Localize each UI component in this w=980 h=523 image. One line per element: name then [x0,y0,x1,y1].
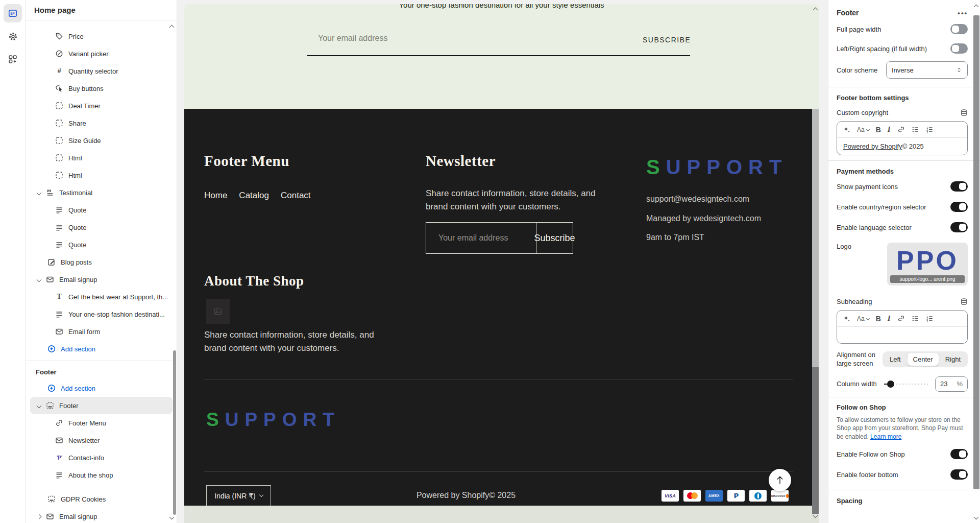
panel-scroll-down-icon[interactable] [974,515,979,520]
sections-nav-button[interactable] [4,4,22,22]
block-item-about-the-shop[interactable]: About the shop [26,466,177,484]
block-item-deal-timer[interactable]: Deal Timer [26,97,177,114]
enable-follow-label: Enable Follow on Shop [837,450,905,458]
dynamic-source-icon[interactable] [960,109,968,116]
block-item-quantity-selector[interactable]: #Quantity selector [26,62,177,80]
banner-input-underline [307,55,690,56]
copyright-link[interactable]: Powered by Shopify [843,142,902,150]
add-section-button[interactable]: Add section [26,340,177,358]
footer-link-catalog[interactable]: Catalog [239,191,269,201]
newsletter-subscribe-button[interactable]: Subscribe [536,223,573,253]
numbered-list-icon[interactable]: 123 [926,315,934,322]
hash-icon: # [55,67,63,75]
preview-scrollbar-thumb[interactable] [812,367,819,514]
banner-email-input[interactable] [318,34,512,43]
italic-button[interactable]: I [888,314,891,323]
about-text: Share contact information, store details… [204,328,380,355]
panel-divider [828,397,980,397]
section-item-email-signup-footer[interactable]: Email signup [26,508,177,523]
sidebar-scrollbar[interactable] [173,350,176,515]
apps-nav-button[interactable] [4,50,22,68]
about-image-placeholder [206,299,230,324]
language-selector-toggle[interactable] [950,222,968,232]
bold-button[interactable]: B [876,315,881,323]
bullet-list-icon[interactable] [912,126,919,133]
block-item-newsletter[interactable]: Newsletter [26,432,177,449]
chevron-down-icon[interactable] [37,277,42,282]
mastercard-icon [683,490,701,502]
section-item-email-signup[interactable]: Email signup [26,271,177,288]
panel-divider [828,490,980,490]
block-item-subtext[interactable]: Your one-stop fashion destinati... [26,305,177,323]
chevron-down-icon[interactable] [37,403,42,408]
link-icon[interactable] [897,126,905,133]
text-lines-icon [55,241,63,249]
column-width-value-box[interactable]: 23% [935,376,968,392]
footer-link-contact[interactable]: Contact [281,191,311,201]
panel-scroll-up-icon[interactable] [974,5,979,10]
block-item-heading[interactable]: TGet the best wear at Support, th... [26,288,177,305]
newsletter-email-input[interactable] [426,223,536,253]
block-item-quote[interactable]: Quote [26,201,177,219]
block-item-variant-picker[interactable]: Variant picker [26,45,177,62]
dynamic-source-icon[interactable] [960,298,968,305]
block-item-contact-info[interactable]: ʼPʼContact-info [26,449,177,466]
alignment-left-option[interactable]: Left [884,353,906,366]
payment-methods-heading: Payment methods [837,166,968,176]
block-item-footer-menu[interactable]: Footer Menu [26,414,177,432]
footer-link-home[interactable]: Home [204,191,227,201]
more-options-button[interactable]: ••• [958,9,968,17]
text-style-button[interactable]: Aa [857,315,869,322]
section-item-testimonial[interactable]: Testimonial [26,184,177,201]
theme-settings-nav-button[interactable] [4,27,22,45]
bold-button[interactable]: B [876,126,881,134]
link-icon[interactable] [897,315,905,322]
section-item-footer-selected[interactable]: Footer [30,397,173,414]
text-style-button[interactable]: Aa [857,126,869,133]
section-item-gdpr-cookies[interactable]: GDPR Cookies [26,490,177,508]
block-item-share[interactable]: Share [26,114,177,132]
enable-footer-bottom-toggle[interactable] [950,469,968,480]
block-item-html[interactable]: Html [26,167,177,184]
logo-thumbnail[interactable]: PPO support-logo... arent.png [887,243,968,286]
numbered-list-icon[interactable]: 123 [926,126,934,133]
footer-icon [46,401,54,410]
block-item-price[interactable]: Price [26,28,177,45]
logo-thumb-letters: PPO [896,245,959,276]
slider-knob[interactable] [887,381,894,388]
chevron-right-icon[interactable] [37,514,42,519]
alignment-segmented-control: Left Center Right [883,351,968,367]
country-currency-selector[interactable]: India (INR ₹) [206,485,271,506]
block-item-quote[interactable]: Quote [26,236,177,253]
custom-copyright-value[interactable]: Powered by Shopify© 2025 [837,138,967,155]
add-section-button[interactable]: Add section [26,379,177,397]
panel-divider [828,87,980,87]
subheading-label: Subheading [837,298,872,305]
show-payment-icons-toggle[interactable] [950,181,968,192]
ai-sparkle-icon[interactable] [843,315,850,322]
subheading-value[interactable] [837,327,967,343]
chevron-down-icon[interactable] [37,190,42,195]
lr-spacing-toggle[interactable] [950,43,968,54]
full-page-width-toggle[interactable] [950,24,968,34]
block-item-html[interactable]: Html [26,149,177,167]
ai-sparkle-icon[interactable] [843,126,850,133]
italic-button[interactable]: I [888,125,891,134]
alignment-center-option[interactable]: Center [908,353,939,366]
bullet-list-icon[interactable] [912,315,919,322]
column-width-slider[interactable] [884,381,929,388]
scroll-to-top-button[interactable] [769,469,791,491]
block-item-size-guide[interactable]: Size Guide [26,132,177,149]
panel-scrollbar-thumb[interactable] [973,15,979,489]
block-item-buy-buttons[interactable]: Buy buttons [26,80,177,97]
visa-icon: VISA [662,490,679,502]
banner-subscribe-button[interactable]: SUBSCRIBE [643,36,691,44]
learn-more-link[interactable]: Learn more [870,433,901,440]
country-selector-toggle[interactable] [950,202,968,212]
block-item-quote[interactable]: Quote [26,219,177,236]
block-item-email-form[interactable]: Email form [26,323,177,340]
section-item-blog-posts[interactable]: Blog posts [26,253,177,271]
color-scheme-select[interactable]: Inverse [886,61,968,79]
alignment-right-option[interactable]: Right [940,353,966,366]
enable-follow-toggle[interactable] [950,449,968,459]
